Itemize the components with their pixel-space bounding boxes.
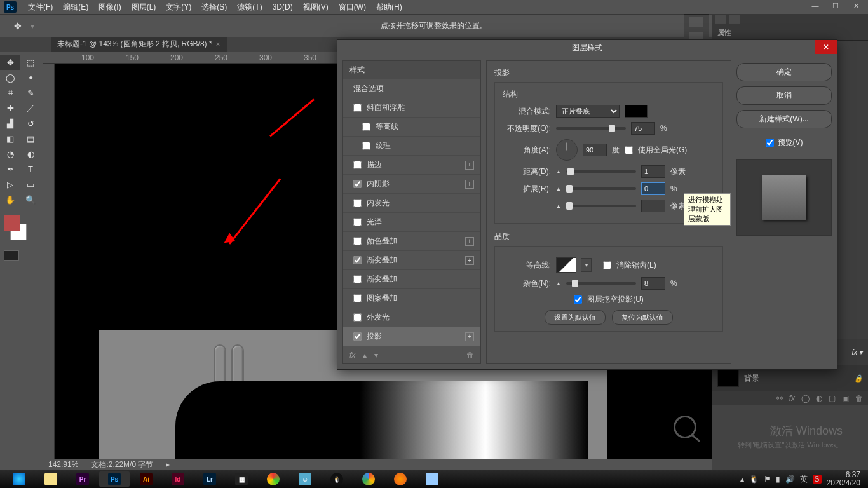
dodge-tool[interactable]: ◐ <box>20 146 41 161</box>
add-icon[interactable]: + <box>465 237 474 246</box>
contour-dropdown[interactable]: ▾ <box>581 258 592 272</box>
fx-icon[interactable]: fx <box>789 394 795 403</box>
blur-tool[interactable]: ◔ <box>0 146 20 161</box>
menu-file[interactable]: 文件(F) <box>23 2 58 13</box>
style-bevel[interactable]: 斜面和浮雕 <box>343 98 480 118</box>
gradient-tool[interactable]: ▤ <box>20 131 41 146</box>
taskbar-app3[interactable]: ☺ <box>290 471 320 487</box>
style-color-overlay[interactable]: 颜色叠加+ <box>343 232 480 251</box>
contour-checkbox[interactable] <box>362 123 370 131</box>
folder-icon[interactable]: ▢ <box>829 394 836 403</box>
style-gradient-overlay[interactable]: 渐变叠加+ <box>343 251 480 270</box>
crop-tool[interactable]: ⌗ <box>0 85 20 100</box>
quickmask-toggle[interactable] <box>4 250 19 261</box>
size-input[interactable] <box>641 200 665 212</box>
taskbar-notes[interactable] <box>417 471 447 487</box>
reset-default-button[interactable]: 复位为默认值 <box>612 310 673 325</box>
fx-badge[interactable]: fx ▾ <box>851 348 863 356</box>
foreground-color[interactable] <box>4 215 20 231</box>
minimize-button[interactable]: — <box>806 0 825 11</box>
distance-slider[interactable] <box>566 170 636 173</box>
grad-overlay-checkbox[interactable] <box>353 256 362 264</box>
stamp-tool[interactable]: ▟ <box>0 116 20 131</box>
spread-input[interactable] <box>641 182 665 195</box>
marquee-tool[interactable]: ⬚ <box>20 55 41 70</box>
menu-edit[interactable]: 编辑(E) <box>58 2 93 13</box>
adjustment-icon[interactable]: ◐ <box>816 394 822 403</box>
dialog-close-button[interactable]: ✕ <box>815 40 837 54</box>
menu-window[interactable]: 窗口(W) <box>334 2 371 13</box>
menu-filter[interactable]: 滤镜(T) <box>232 2 267 13</box>
tray-ime2[interactable]: S <box>813 475 822 484</box>
tray-qq-icon[interactable]: 🐧 <box>749 475 759 484</box>
menu-3d[interactable]: 3D(D) <box>268 3 298 11</box>
distance-input[interactable] <box>641 165 665 178</box>
inner-glow-checkbox[interactable] <box>353 199 362 207</box>
taskbar-browser[interactable] <box>4 471 34 487</box>
link-icon[interactable]: ⚯ <box>776 394 783 403</box>
move-tool-icon[interactable]: ✥ <box>11 20 24 32</box>
add-icon[interactable]: + <box>465 256 474 265</box>
hand-tool[interactable]: ✋ <box>0 192 20 207</box>
add-icon[interactable]: + <box>465 180 474 189</box>
taskbar-chrome[interactable] <box>353 471 384 487</box>
size-slider[interactable] <box>566 205 636 207</box>
pattern-overlay-checkbox[interactable] <box>353 294 362 302</box>
properties-panel-tab[interactable]: 属性 <box>712 25 868 41</box>
taskbar-illustrator[interactable]: Ai <box>131 471 161 487</box>
add-icon[interactable]: + <box>465 161 474 170</box>
knockout-checkbox[interactable] <box>574 295 582 304</box>
style-gradient-overlay-2[interactable]: 渐变叠加 <box>343 270 480 289</box>
taskbar-photoshop[interactable]: Ps <box>99 471 130 487</box>
style-inner-shadow[interactable]: 内阴影+ <box>343 175 480 194</box>
make-default-button[interactable]: 设置为默认值 <box>545 310 606 325</box>
angle-input[interactable] <box>583 144 607 156</box>
taskbar-qq[interactable]: 🐧 <box>322 471 352 487</box>
pen-tool[interactable]: ✒ <box>0 161 20 177</box>
taskbar-explorer[interactable] <box>36 471 66 487</box>
new-style-button[interactable]: 新建样式(W)... <box>736 110 832 128</box>
opacity-input[interactable] <box>631 122 655 135</box>
preview-checkbox[interactable] <box>766 139 774 147</box>
color-overlay-checkbox[interactable] <box>353 237 362 245</box>
tray-volume-icon[interactable]: 🔊 <box>785 475 795 484</box>
menu-select[interactable]: 选择(S) <box>196 2 232 13</box>
status-arrow-icon[interactable]: ▸ <box>166 460 170 469</box>
tray-ime1[interactable]: 英 <box>800 474 808 485</box>
style-contour[interactable]: 等高线 <box>343 118 480 137</box>
down-arrow-icon[interactable]: ▾ <box>374 351 378 360</box>
style-drop-shadow[interactable]: 投影+ <box>343 327 480 346</box>
mask-icon[interactable]: ◯ <box>801 394 810 403</box>
shape-tool[interactable]: ▭ <box>20 177 41 192</box>
up-arrow-icon[interactable]: ▴ <box>363 351 367 360</box>
tray-flag-icon[interactable]: ⚑ <box>764 475 771 484</box>
zoom-tool[interactable]: 🔍 <box>20 192 41 207</box>
ok-button[interactable]: 确定 <box>736 63 832 81</box>
inner-shadow-checkbox[interactable] <box>353 180 362 188</box>
antialias-checkbox[interactable] <box>603 261 611 269</box>
taskbar-firefox[interactable] <box>385 471 416 487</box>
text-tool[interactable]: T <box>20 161 41 177</box>
trash-icon[interactable]: 🗑 <box>466 351 474 360</box>
opacity-slider[interactable] <box>556 127 626 130</box>
zoom-level[interactable]: 142.91% <box>48 460 78 469</box>
heal-tool[interactable]: ✚ <box>0 100 20 116</box>
satin-checkbox[interactable] <box>353 218 362 226</box>
trash-icon[interactable]: 🗑 <box>855 394 863 403</box>
spread-slider[interactable] <box>566 187 636 190</box>
history-brush-tool[interactable]: ↺ <box>20 116 41 131</box>
texture-checkbox[interactable] <box>362 142 370 150</box>
tab-close-icon[interactable]: × <box>216 40 220 49</box>
close-button[interactable]: ✕ <box>846 0 865 11</box>
outer-glow-checkbox[interactable] <box>353 313 362 322</box>
blend-mode-select[interactable]: 正片叠底 <box>556 105 620 118</box>
document-tab[interactable]: 未标题-1 @ 143% (圆角矩形 2 拷贝, RGB/8) * × <box>51 36 227 52</box>
taskbar-indesign[interactable]: Id <box>163 471 193 487</box>
path-tool[interactable]: ▷ <box>0 177 20 192</box>
style-satin[interactable]: 光泽 <box>343 213 480 232</box>
tray-up-icon[interactable]: ▴ <box>740 475 744 484</box>
bevel-checkbox[interactable] <box>353 104 362 112</box>
taskbar-lightroom[interactable]: Lr <box>194 471 225 487</box>
add-icon[interactable]: + <box>465 332 474 341</box>
global-light-checkbox[interactable] <box>625 146 633 154</box>
